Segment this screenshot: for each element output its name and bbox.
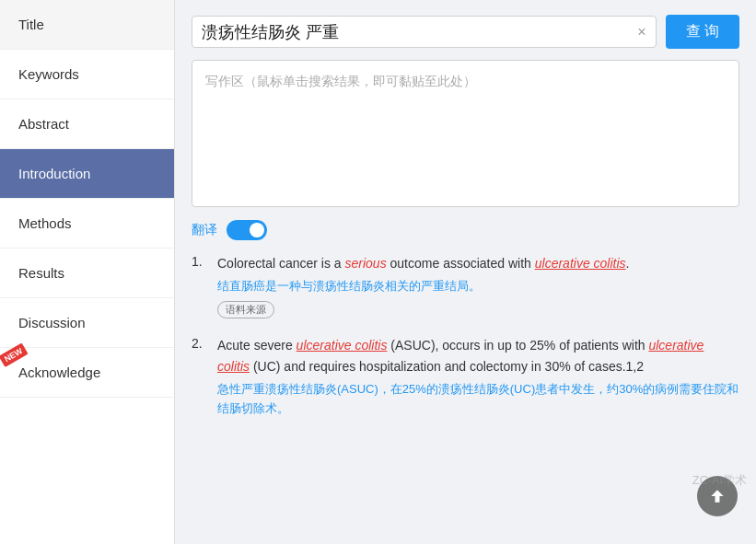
writing-area[interactable]: 写作区（鼠标单击搜索结果，即可黏贴至此处） xyxy=(192,60,739,207)
sidebar-item-results[interactable]: Results xyxy=(0,249,174,298)
search-bar: × 查 询 xyxy=(192,15,739,49)
translate-label: 翻译 xyxy=(192,222,217,238)
search-button[interactable]: 查 询 xyxy=(666,15,739,49)
source-badge[interactable]: 语料来源 xyxy=(217,301,274,318)
highlighted-term-underline: ulcerative colitis xyxy=(297,338,388,353)
sidebar-item-discussion[interactable]: Discussion xyxy=(0,298,174,348)
result-num: 1. xyxy=(192,253,208,269)
search-input-wrapper: × xyxy=(192,16,657,48)
sidebar-item-label: Keywords xyxy=(18,66,79,82)
clear-button[interactable]: × xyxy=(637,24,646,41)
result-item-1: 1.Colorectal cancer is a serious outcome… xyxy=(192,253,739,318)
result-num: 2. xyxy=(192,335,208,351)
sidebar-item-abstract[interactable]: Abstract xyxy=(0,99,174,149)
sidebar-item-label: Methods xyxy=(18,215,72,231)
sidebar-item-label: Results xyxy=(18,265,64,281)
main-content: × 查 询 写作区（鼠标单击搜索结果，即可黏贴至此处） 翻译 1.Colorec… xyxy=(175,0,756,544)
result-en-text[interactable]: Colorectal cancer is a serious outcome a… xyxy=(217,253,739,273)
highlighted-term-underline: ulcerative colitis xyxy=(535,256,626,271)
highlighted-term-underline: ulcerative colitis xyxy=(217,338,704,373)
scroll-top-button[interactable] xyxy=(697,476,738,516)
result-cn-text: 急性严重溃疡性结肠炎(ASUC)，在25%的溃疡性结肠炎(UC)患者中发生，约3… xyxy=(217,380,739,419)
highlighted-term: serious xyxy=(345,256,387,271)
sidebar-item-title[interactable]: Title xyxy=(0,0,174,50)
toggle-knob xyxy=(250,223,264,237)
writing-placeholder: 写作区（鼠标单击搜索结果，即可黏贴至此处） xyxy=(205,74,476,88)
result-content: Colorectal cancer is a serious outcome a… xyxy=(217,253,739,318)
results-list: 1.Colorectal cancer is a serious outcome… xyxy=(192,253,739,419)
sidebar-item-acknowledge[interactable]: NEWAcknowledge xyxy=(0,348,174,398)
sidebar-item-label: Discussion xyxy=(18,315,86,330)
result-content: Acute severe ulcerative colitis (ASUC), … xyxy=(217,335,739,418)
sidebar-item-label: Acknowledge xyxy=(18,365,100,380)
sidebar-item-methods[interactable]: Methods xyxy=(0,199,174,249)
sidebar-item-introduction[interactable]: Introduction xyxy=(0,149,174,199)
sidebar-item-label: Title xyxy=(18,17,44,32)
result-en-text[interactable]: Acute severe ulcerative colitis (ASUC), … xyxy=(217,335,739,376)
result-item-2: 2.Acute severe ulcerative colitis (ASUC)… xyxy=(192,335,739,418)
translate-toggle[interactable] xyxy=(227,220,267,240)
result-cn-text: 结直肠癌是一种与溃疡性结肠炎相关的严重结局。 xyxy=(217,277,739,296)
search-input[interactable] xyxy=(202,22,630,41)
sidebar: TitleKeywordsAbstractIntroductionMethods… xyxy=(0,0,175,544)
sidebar-item-label: Introduction xyxy=(18,166,90,181)
sidebar-item-keywords[interactable]: Keywords xyxy=(0,50,174,99)
translate-row: 翻译 xyxy=(192,220,739,240)
sidebar-item-label: Abstract xyxy=(18,116,69,132)
